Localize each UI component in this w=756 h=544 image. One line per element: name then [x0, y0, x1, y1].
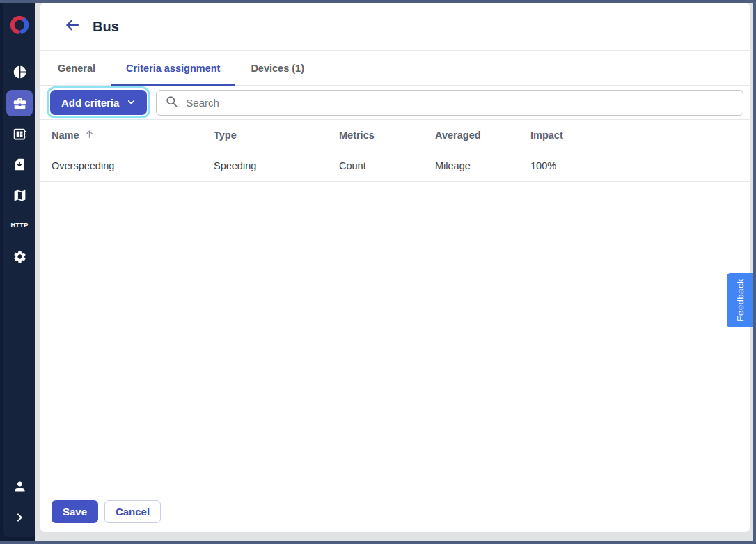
column-header-averaged[interactable]: Averaged: [435, 130, 530, 141]
search-input[interactable]: [186, 97, 734, 109]
add-criteria-button[interactable]: Add criteria: [50, 90, 147, 115]
column-header-name[interactable]: Name: [52, 129, 214, 141]
tab-bar: General Criteria assignment Devices (1): [40, 51, 750, 86]
pie-chart-icon: [13, 65, 27, 79]
add-criteria-label: Add criteria: [61, 97, 119, 109]
user-icon: [13, 479, 27, 494]
chevron-down-icon: [127, 97, 136, 109]
column-header-metrics[interactable]: Metrics: [339, 130, 435, 141]
tab-devices[interactable]: Devices (1): [235, 51, 320, 85]
chevron-right-icon: [14, 512, 25, 523]
form-actions: Save Cancel: [52, 500, 161, 523]
sidebar: HTTP: [3, 3, 35, 537]
cell-metrics: Count: [339, 160, 435, 171]
app-window: HTTP: [0, 0, 756, 544]
table-row[interactable]: Overspeeding Speeding Count Mileage 100%: [40, 150, 750, 182]
sim-card-icon: [13, 157, 26, 171]
cancel-button[interactable]: Cancel: [104, 500, 161, 523]
column-header-type[interactable]: Type: [214, 130, 339, 141]
cell-type: Speeding: [214, 160, 339, 171]
arrow-left-icon: [64, 17, 81, 36]
sort-ascending-icon: [84, 129, 95, 141]
briefcase-icon: [13, 96, 27, 111]
cell-impact: 100%: [530, 160, 750, 171]
window-frame-bottom: [0, 541, 756, 544]
tab-general[interactable]: General: [42, 51, 111, 85]
cell-averaged: Mileage: [435, 160, 530, 171]
sidebar-item-account[interactable]: [6, 473, 33, 499]
brand-logo-icon: [8, 13, 31, 40]
tab-criteria-assignment[interactable]: Criteria assignment: [111, 51, 235, 85]
sidebar-item-analytics[interactable]: [6, 59, 33, 85]
toolbar: Add criteria: [40, 86, 750, 120]
page-title: Bus: [93, 19, 119, 35]
search-field: [156, 90, 743, 116]
page-header: Bus: [40, 3, 750, 51]
http-icon: HTTP: [10, 222, 28, 228]
feedback-button[interactable]: Feedback: [727, 273, 753, 327]
table-header: Name Type Metrics Averaged Impact: [40, 120, 750, 150]
feedback-label: Feedback: [735, 279, 746, 322]
brand-logo[interactable]: [6, 13, 33, 40]
sidebar-item-fleet[interactable]: [6, 90, 33, 116]
column-header-impact[interactable]: Impact: [530, 130, 750, 141]
sidebar-expand-toggle[interactable]: [6, 504, 33, 531]
search-icon: [165, 95, 178, 111]
save-button[interactable]: Save: [52, 500, 98, 523]
sidebar-item-sim-cards[interactable]: [6, 151, 33, 178]
modules-icon: [13, 127, 27, 141]
back-button[interactable]: [64, 18, 81, 35]
gear-icon: [13, 249, 27, 264]
sidebar-item-map[interactable]: [6, 182, 33, 208]
sidebar-item-http[interactable]: HTTP: [6, 212, 33, 238]
map-icon: [13, 188, 27, 203]
sidebar-item-modules[interactable]: [6, 121, 33, 147]
main-panel: Bus General Criteria assignment Devices …: [40, 3, 750, 532]
sidebar-item-settings[interactable]: [6, 243, 33, 270]
cell-name: Overspeeding: [52, 160, 214, 171]
window-frame-right: [753, 3, 756, 541]
